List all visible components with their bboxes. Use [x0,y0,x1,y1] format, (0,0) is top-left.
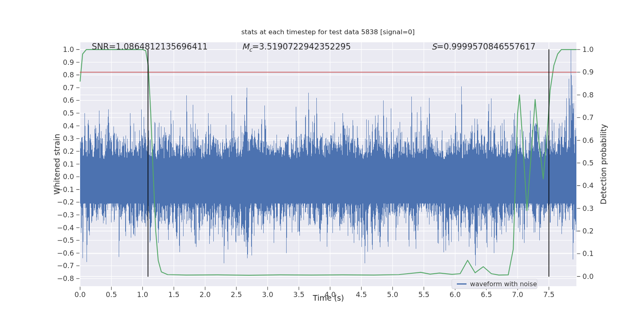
left-y-tick-label: −0.7 [57,262,74,270]
right-y-tick-label: 0.0 [582,272,594,281]
annotation-s-value: =0.9999570846557617 [437,42,535,52]
chart-title: stats at each timestep for test data 583… [241,28,415,36]
annotation-s-symbol: S [431,42,437,52]
x-tick-label: 3.5 [293,291,305,299]
x-tick-label: 3.0 [262,291,273,299]
left-y-tick-label: 0.3 [63,134,74,142]
right-y-tick-label: 0.3 [582,204,594,213]
x-tick-label: 5.0 [387,291,398,299]
left-y-tick-label: 0.4 [63,122,74,130]
annotation-snr-text: SNR=1.0864812135696411 [92,42,208,52]
x-tick-label: 4.0 [324,291,336,299]
legend: waveform with noise [452,279,537,289]
right-y-tick-label: 0.1 [582,250,594,258]
right-y-tick-label: 0.6 [582,136,594,144]
left-y-tick-label: −0.8 [57,275,74,283]
left-y-tick-label: −0.3 [57,211,74,219]
left-y-tick-label: 0.7 [63,84,74,92]
left-y-tick-label: 0.8 [63,71,74,79]
left-y-tick-label: 1.0 [63,45,74,54]
left-y-tick-label: 0.6 [63,96,74,104]
left-y-tick-label: 0.0 [63,173,74,181]
annotation-mc-symbol: M [242,42,249,52]
x-tick-label: 6.0 [450,291,461,299]
left-y-tick-label: −0.2 [57,198,74,206]
right-y-tick-label: 0.7 [582,114,594,122]
right-y-tick-label: 0.2 [582,227,594,235]
left-y-tick-label: 0.5 [63,109,74,117]
x-tick-label: 0.5 [106,291,117,299]
right-y-tick-label: 0.5 [582,159,594,167]
right-y-tick-label: 0.4 [582,182,594,190]
x-tick-label: 6.5 [481,291,492,299]
annotation-significance: S=0.9999570846557617 [431,42,535,52]
x-tick-label: 7.5 [543,291,555,299]
left-y-tick-label: −0.5 [57,236,74,244]
x-tick-label: 1.5 [168,291,180,299]
right-y-tick-label: 1.0 [582,45,594,54]
right-y-tick-label: 0.8 [582,91,594,99]
left-y-tick-label: −0.4 [57,224,74,232]
right-y-axis-label: Detection probability [599,124,608,204]
left-y-tick-label: 0.1 [63,160,74,168]
x-tick-label: 4.5 [356,291,367,299]
x-tick-label: 2.5 [231,291,242,299]
figure: stats at each timestep for test data 583… [0,0,644,322]
legend-label: waveform with noise [470,280,537,288]
annotation-snr: SNR=1.0864812135696411 [92,42,208,52]
x-tick-label: 0.0 [74,291,86,299]
left-y-tick-label: 0.9 [63,58,74,66]
x-tick-label: 5.5 [418,291,429,299]
left-y-tick-label: −0.1 [57,186,74,194]
annotation-mc-value: =3.5190722942352295 [252,42,351,52]
x-tick-label: 1.0 [137,291,148,299]
x-tick-label: 7.0 [512,291,523,299]
x-tick-label: 2.0 [200,291,211,299]
right-y-tick-label: 0.9 [582,68,594,76]
left-y-tick-label: 0.2 [63,147,74,155]
left-y-tick-label: −0.6 [57,249,74,257]
legend-line-swatch [457,283,466,285]
annotation-chirp-mass: Mc=3.5190722942352295 [242,42,351,53]
